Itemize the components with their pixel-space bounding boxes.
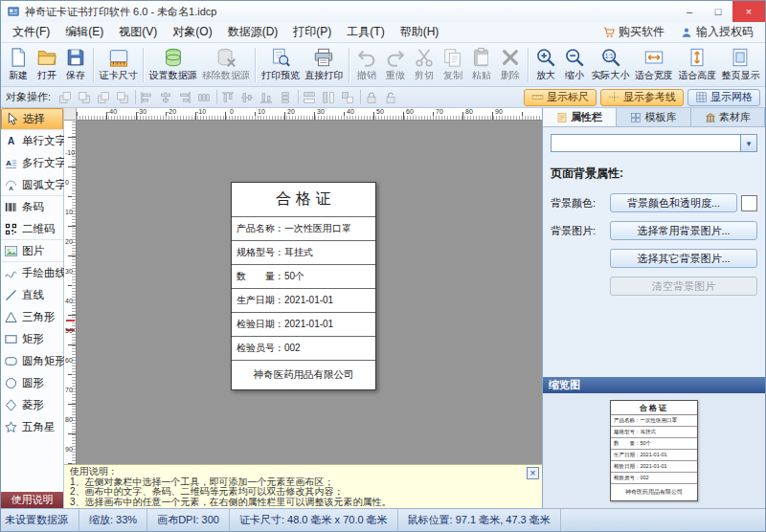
select-common-background-button[interactable]: 选择常用背景图片... <box>610 221 757 240</box>
background-template-dropdown[interactable]: ▾ <box>551 134 757 152</box>
same-height-button[interactable] <box>320 89 339 106</box>
equal-v-spacing-button[interactable] <box>277 89 296 106</box>
tool-rectangle[interactable]: 矩形 <box>1 328 63 350</box>
remove-datasource-button[interactable]: 移除数据源 <box>199 45 252 85</box>
zoom-out-button[interactable]: 缩小 <box>560 45 589 85</box>
align-bottom-icon <box>259 90 274 105</box>
align-top-button[interactable] <box>219 89 238 106</box>
whole-page-button[interactable]: 整页显示 <box>719 45 762 85</box>
send-to-back-button[interactable] <box>76 89 95 106</box>
tab-properties[interactable]: 属性栏 <box>543 108 617 126</box>
card-field[interactable]: 规格型号：耳挂式 <box>232 241 375 265</box>
card-field[interactable]: 产品名称：一次性医用口罩 <box>232 217 375 241</box>
chevron-down-icon[interactable]: ▾ <box>740 135 756 151</box>
background-color-swatch[interactable] <box>741 195 757 211</box>
zoom-out-label: 缩小 <box>565 69 584 82</box>
menu-tools[interactable]: 工具(T) <box>339 22 392 42</box>
tool-straight-line[interactable]: 直线 <box>1 284 63 306</box>
show-guides-toggle[interactable]: 显示参考线 <box>600 89 684 106</box>
design-canvas[interactable]: 合格证 产品名称：一次性医用口罩规格型号：耳挂式数 量：50个生产日期：2021… <box>77 121 542 464</box>
tab-materials-label: 素材库 <box>719 110 751 124</box>
tool-star[interactable]: 五角星 <box>1 416 63 438</box>
tool-circle[interactable]: 圆形 <box>1 372 63 394</box>
align-right-button[interactable] <box>176 89 195 106</box>
tool-image[interactable]: 图片 <box>1 240 63 262</box>
print-preview-button[interactable]: 打印预览 <box>259 45 302 85</box>
new-button[interactable]: 新建 <box>4 45 33 85</box>
background-color-button[interactable]: 背景颜色和透明度... <box>610 193 737 212</box>
copy-button[interactable]: 复制 <box>439 45 467 85</box>
move-down-layer-button[interactable] <box>114 89 133 106</box>
paste-button[interactable]: 粘贴 <box>467 45 496 85</box>
fit-height-icon <box>687 47 708 68</box>
bring-to-front-button[interactable] <box>56 89 76 106</box>
redo-button[interactable]: 重做 <box>381 45 410 85</box>
tab-materials[interactable]: 素材库 <box>691 108 765 126</box>
tool-rounded-rectangle[interactable]: 圆角矩形 <box>1 350 63 372</box>
usage-note-lines: 使用说明：1、左侧对象栏中选择一个工具，即可添加一个元素至画布区；2、画布中的文… <box>70 467 536 507</box>
card-field[interactable]: 数 量：50个 <box>232 265 375 289</box>
same-width-button[interactable] <box>301 89 320 106</box>
undo-button[interactable]: 撤销 <box>352 45 381 85</box>
card-field[interactable]: 检验员号：002 <box>232 337 375 361</box>
tool-freehand-curve[interactable]: 手绘曲线 <box>1 262 63 284</box>
menu-print[interactable]: 打印(P) <box>285 22 339 42</box>
tool-multi-line-text[interactable]: A多行文字 <box>1 152 63 174</box>
menu-file[interactable]: 文件(F) <box>5 22 57 42</box>
fit-height-button[interactable]: 适合高度 <box>675 45 718 85</box>
actual-size-button[interactable]: 1:1实际大小 <box>589 45 632 85</box>
align-middle-button[interactable] <box>238 89 258 106</box>
enter-license-button[interactable]: 输入授权码 <box>672 23 761 41</box>
direct-print-button[interactable]: 直接打印 <box>303 45 346 85</box>
buy-software-button[interactable]: 购买软件 <box>595 23 672 41</box>
menu-edit[interactable]: 编辑(E) <box>57 22 111 42</box>
tab-templates[interactable]: 模板库 <box>617 108 690 126</box>
card-size-button[interactable]: 证卡尺寸 <box>97 45 140 85</box>
card-field[interactable]: 生产日期：2021-01-01 <box>232 289 375 313</box>
show-ruler-toggle[interactable]: 显示标尺 <box>524 89 597 106</box>
align-left-button[interactable] <box>138 89 157 106</box>
tool-single-line-text[interactable]: A单行文字 <box>1 130 63 152</box>
lock-button[interactable] <box>363 89 382 106</box>
move-up-layer-button[interactable] <box>95 89 114 106</box>
save-button[interactable]: 保存 <box>61 45 90 85</box>
fit-width-button[interactable]: 适合宽度 <box>632 45 675 85</box>
card-field[interactable]: 检验日期：2021-01-01 <box>232 313 375 337</box>
maximize-button[interactable]: □ <box>704 1 732 22</box>
close-icon[interactable]: × <box>527 467 539 479</box>
zoom-in-button[interactable]: 放大 <box>531 45 560 85</box>
usage-note-line: 1、左侧对象栏中选择一个工具，即可添加一个元素至画布区； <box>70 477 536 488</box>
tool-barcode[interactable]: 条码 <box>1 196 63 218</box>
unlock-button[interactable] <box>382 89 401 106</box>
tool-select[interactable]: 选择 <box>1 108 63 130</box>
tool-diamond[interactable]: 菱形 <box>1 394 63 416</box>
card-footer[interactable]: 神奇医药用品有限公司 <box>232 361 375 389</box>
tool-arc-text[interactable]: A圆弧文字 <box>1 174 63 196</box>
usage-help-button[interactable]: 使用说明 <box>1 492 63 508</box>
save-label: 保存 <box>66 69 85 82</box>
equal-h-spacing-button[interactable] <box>195 89 214 106</box>
open-button[interactable]: 打开 <box>33 45 61 85</box>
close-button[interactable]: × <box>732 1 765 22</box>
same-size-button[interactable] <box>339 89 358 106</box>
ruler-label: 40 <box>65 298 73 304</box>
align-bottom-button[interactable] <box>258 89 277 106</box>
tool-triangle[interactable]: 三角形 <box>1 306 63 328</box>
show-grid-toggle[interactable]: 显示网格 <box>687 89 760 106</box>
tool-qrcode[interactable]: 二维码 <box>1 218 63 240</box>
minimize-button[interactable]: – <box>675 1 704 22</box>
select-other-background-button[interactable]: 选择其它背景图片... <box>610 249 757 268</box>
delete-button[interactable]: 删除 <box>496 45 525 85</box>
align-center-h-button[interactable] <box>157 89 176 106</box>
menu-datasource[interactable]: 数据源(D) <box>220 22 286 42</box>
card-title[interactable]: 合格证 <box>232 183 375 217</box>
menu-help[interactable]: 帮助(H) <box>393 22 447 42</box>
zoom-actual-icon: 1:1 <box>600 47 621 68</box>
card-design[interactable]: 合格证 产品名称：一次性医用口罩规格型号：耳挂式数 量：50个生产日期：2021… <box>231 182 376 390</box>
thumbnail-area[interactable]: 合格证 产品名称：一次性医用口罩规格型号：耳挂式数 量：50个生产日期：2021… <box>543 393 765 508</box>
set-datasource-button[interactable]: 设置数据源 <box>146 45 199 85</box>
menu-object[interactable]: 对象(O) <box>165 22 219 42</box>
menu-view[interactable]: 视图(V) <box>111 22 165 42</box>
cut-button[interactable]: 剪切 <box>410 45 439 85</box>
clear-background-button[interactable]: 清空背景图片 <box>610 277 757 296</box>
